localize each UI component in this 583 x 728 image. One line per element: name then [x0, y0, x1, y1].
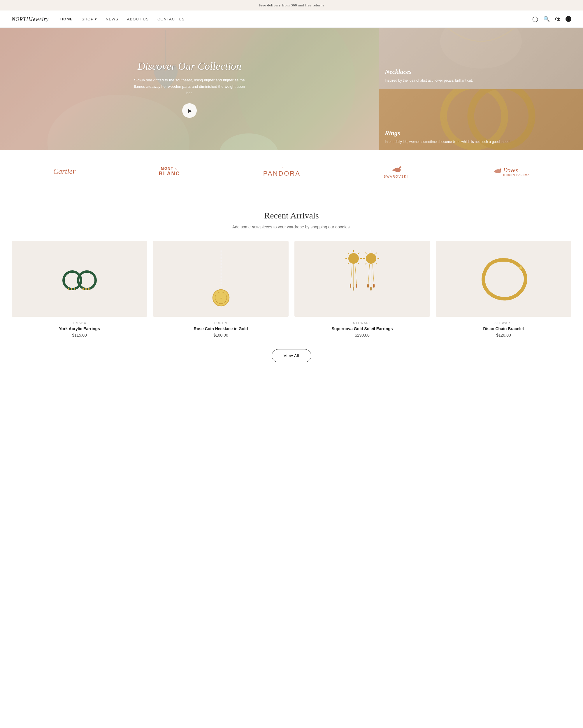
- nav-news[interactable]: NEWS: [106, 17, 118, 21]
- product-name-supernova: Supernova Gold Soleil Earrings: [295, 327, 430, 331]
- hero-subtitle: Slowly she drifted to the southeast, ris…: [131, 77, 248, 96]
- product-brand-rose: LOREN: [153, 321, 288, 324]
- brands-section: Cartier MONT ○ BLANC ○ PANDORA SWAROVSKI…: [0, 150, 583, 193]
- product-price-york: $115.00: [12, 333, 147, 337]
- svg-rect-14: [71, 288, 72, 290]
- svg-line-42: [365, 253, 366, 254]
- svg-line-45: [368, 264, 370, 285]
- nav-about[interactable]: ABOUT US: [127, 17, 149, 21]
- product-card-supernova[interactable]: STEWART Supernova Gold Soleil Earrings $…: [295, 241, 430, 337]
- hero-panel-rings[interactable]: Rings In our daily life, women sometimes…: [379, 89, 583, 150]
- product-card-york[interactable]: TRISHA York Acrylic Earrings $115.00: [12, 241, 147, 337]
- nav-contact[interactable]: CONTACT US: [158, 17, 185, 21]
- product-image-rose: ✦: [153, 241, 288, 317]
- necklaces-title: Necklaces: [385, 68, 577, 76]
- search-icon[interactable]: 🔍: [543, 16, 550, 22]
- recent-arrivals-subtitle: Add some new pieces to your wardrobe by …: [12, 225, 571, 229]
- product-price-rose: $100.00: [153, 333, 288, 337]
- rings-text: Rings In our daily life, women sometimes…: [385, 129, 577, 145]
- play-button[interactable]: [182, 103, 197, 118]
- svg-line-33: [355, 264, 357, 285]
- logo[interactable]: NORTHJewelry: [12, 15, 49, 23]
- brand-montblanc[interactable]: MONT ○ BLANC: [159, 166, 180, 177]
- view-all-button[interactable]: View All: [272, 349, 311, 362]
- product-image-disco: [436, 241, 571, 317]
- hero-main: Discover Our Collection Slowly she drift…: [0, 28, 379, 150]
- necklaces-text: Necklaces Inspired by the idea of abstra…: [385, 68, 577, 83]
- brand-cartier[interactable]: Cartier: [53, 167, 76, 176]
- recent-arrivals-section: Recent Arrivals Add some new pieces to y…: [0, 193, 583, 391]
- hero-content: Discover Our Collection Slowly she drift…: [131, 60, 248, 118]
- svg-line-25: [358, 253, 359, 254]
- svg-rect-13: [68, 288, 69, 290]
- rings-description: In our daily life, women sometimes becom…: [385, 139, 577, 145]
- svg-rect-18: [88, 288, 89, 290]
- announcement-bar: Free delivery from $60 and free returns: [0, 0, 583, 10]
- svg-rect-48: [367, 284, 369, 288]
- cart-bag-icon: 🛍: [555, 16, 560, 22]
- product-card-disco[interactable]: STEWART Disco Chain Bracelet $120.00: [436, 241, 571, 337]
- svg-rect-36: [356, 284, 357, 288]
- svg-line-28: [348, 253, 349, 254]
- hero-section: Discover Our Collection Slowly she drift…: [0, 28, 583, 150]
- svg-line-31: [351, 264, 352, 285]
- svg-line-27: [358, 263, 359, 264]
- product-image-york: [12, 241, 147, 317]
- rings-title: Rings: [385, 129, 577, 137]
- logo-jewelry: Jewelry: [30, 16, 49, 22]
- svg-line-41: [376, 263, 377, 264]
- brand-swarovski[interactable]: SWAROVSKI: [384, 165, 408, 178]
- svg-line-44: [365, 263, 366, 264]
- svg-point-37: [366, 253, 376, 264]
- brand-doves[interactable]: Doves DORON PALOMA: [492, 167, 530, 177]
- svg-point-23: [348, 253, 359, 264]
- product-card-rose[interactable]: ✦ LOREN Rose Coin Necklace in Gold $100.…: [153, 241, 288, 337]
- recent-arrivals-title: Recent Arrivals: [12, 211, 571, 220]
- product-price-disco: $120.00: [436, 333, 571, 337]
- svg-text:✦: ✦: [220, 296, 222, 300]
- announcement-text: Free delivery from $60 and free returns: [259, 3, 325, 7]
- svg-line-30: [348, 263, 349, 264]
- svg-rect-17: [85, 288, 87, 290]
- product-brand-supernova: STEWART: [295, 321, 430, 324]
- nav-shop[interactable]: SHOP ▾: [82, 17, 97, 21]
- hero-side-panels: Necklaces Inspired by the idea of abstra…: [379, 28, 583, 150]
- product-name-disco: Disco Chain Bracelet: [436, 327, 571, 331]
- product-brand-york: TRISHA: [12, 321, 147, 324]
- svg-rect-35: [353, 287, 354, 290]
- svg-rect-16: [83, 288, 84, 290]
- svg-rect-49: [370, 287, 372, 290]
- product-name-york: York Acrylic Earrings: [12, 327, 147, 331]
- cart-count-badge[interactable]: 0: [565, 16, 571, 22]
- svg-point-52: [519, 266, 522, 269]
- svg-line-47: [372, 264, 374, 285]
- hero-title: Discover Our Collection: [131, 60, 248, 72]
- product-brand-disco: STEWART: [436, 321, 571, 324]
- product-name-rose: Rose Coin Necklace in Gold: [153, 327, 288, 331]
- svg-rect-34: [350, 284, 351, 288]
- header: NORTHJewelry HOME SHOP ▾ NEWS ABOUT US C…: [0, 10, 583, 28]
- header-icons: ◯ 🔍 🛍 0: [532, 16, 571, 22]
- logo-north: NORTH: [12, 16, 30, 22]
- view-all-wrap: View All: [12, 349, 571, 380]
- svg-point-2: [237, 28, 355, 150]
- brand-pandora[interactable]: ○ PANDORA: [263, 166, 301, 177]
- user-icon[interactable]: ◯: [532, 16, 538, 22]
- chevron-down-icon: ▾: [95, 17, 97, 21]
- product-image-supernova: [295, 241, 430, 317]
- product-price-supernova: $290.00: [295, 333, 430, 337]
- product-grid: TRISHA York Acrylic Earrings $115.00 ✦ L…: [12, 241, 571, 337]
- svg-rect-50: [373, 284, 374, 288]
- svg-line-39: [376, 253, 377, 254]
- hero-panel-necklaces[interactable]: Necklaces Inspired by the idea of abstra…: [379, 28, 583, 89]
- cart-icon[interactable]: 🛍: [555, 16, 560, 22]
- main-nav: HOME SHOP ▾ NEWS ABOUT US CONTACT US: [60, 17, 532, 21]
- nav-home[interactable]: HOME: [60, 17, 73, 21]
- svg-rect-15: [74, 288, 75, 290]
- necklaces-description: Inspired by the idea of abstract flower …: [385, 78, 577, 83]
